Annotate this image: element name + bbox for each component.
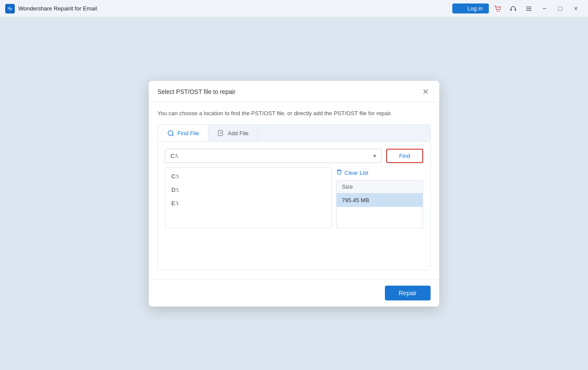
dialog-footer: Repair <box>149 279 439 307</box>
results-column-header: Size <box>337 180 423 193</box>
svg-line-9 <box>172 135 174 136</box>
svg-point-1 <box>497 10 498 11</box>
app-logo <box>5 4 15 13</box>
dialog-title: Select PST/OST file to repair <box>157 88 235 95</box>
clear-list-label: Clear List <box>344 170 368 176</box>
trash-icon <box>336 169 342 177</box>
results-table: Size 795.45 MB <box>336 180 423 228</box>
tab-add-file[interactable]: Add File <box>208 125 258 141</box>
dropdown-container: C:\ D:\ E:\ <box>165 167 423 228</box>
main-background: Select PST/OST file to repair ✕ You can … <box>0 17 588 370</box>
svg-rect-14 <box>338 170 340 170</box>
login-button[interactable]: 👤 Log in <box>452 3 489 13</box>
find-row: C:\ D:\ E:\ ▼ Find <box>165 149 423 163</box>
drive-select-wrapper: C:\ D:\ E:\ ▼ <box>165 149 382 163</box>
dialog-header: Select PST/OST file to repair ✕ <box>149 81 439 102</box>
maximize-button[interactable]: □ <box>553 3 567 15</box>
tab-find-file[interactable]: Find File <box>158 125 208 141</box>
add-file-tab-label: Add File <box>228 130 249 137</box>
find-file-icon <box>167 129 174 137</box>
window-close-button[interactable]: × <box>569 3 583 15</box>
svg-point-8 <box>168 131 173 136</box>
minimize-button[interactable]: − <box>538 3 551 15</box>
drive-item-c[interactable]: C:\ <box>165 170 331 183</box>
drive-item-d[interactable]: D:\ <box>165 183 331 197</box>
dialog-description: You can choose a location to find the PS… <box>157 109 431 118</box>
find-button[interactable]: Find <box>386 149 423 163</box>
cart-icon-button[interactable] <box>491 3 504 15</box>
clear-list-button[interactable]: Clear List <box>336 167 423 180</box>
repair-button[interactable]: Repair <box>385 286 431 300</box>
headset-icon-button[interactable] <box>506 3 520 15</box>
menu-icon-button[interactable] <box>522 3 536 15</box>
svg-point-2 <box>499 10 500 11</box>
drive-item-e[interactable]: E:\ <box>165 197 331 210</box>
svg-rect-4 <box>515 9 516 11</box>
titlebar-actions: 👤 Log in − □ × <box>452 3 583 15</box>
select-file-dialog: Select PST/OST file to repair ✕ You can … <box>149 81 439 307</box>
drive-list: C:\ D:\ E:\ <box>165 167 332 228</box>
results-row: 795.45 MB <box>337 193 423 207</box>
add-file-icon <box>217 129 225 137</box>
user-icon: 👤 <box>458 5 465 12</box>
results-panel: Clear List Size 795.45 MB <box>336 167 423 228</box>
svg-rect-3 <box>511 9 512 11</box>
dialog-close-button[interactable]: ✕ <box>421 87 431 97</box>
panel-bottom-spacer <box>165 228 423 263</box>
dialog-body: You can choose a location to find the PS… <box>149 102 439 280</box>
titlebar: Wondershare Repairit for Email 👤 Log in … <box>0 0 588 17</box>
content-panel: C:\ D:\ E:\ ▼ Find C:\ D:\ E:\ <box>157 141 431 270</box>
app-title: Wondershare Repairit for Email <box>18 5 97 12</box>
find-file-tab-label: Find File <box>177 130 199 137</box>
drive-select[interactable]: C:\ D:\ E:\ <box>165 149 382 163</box>
tab-bar: Find File Add File <box>157 124 431 141</box>
